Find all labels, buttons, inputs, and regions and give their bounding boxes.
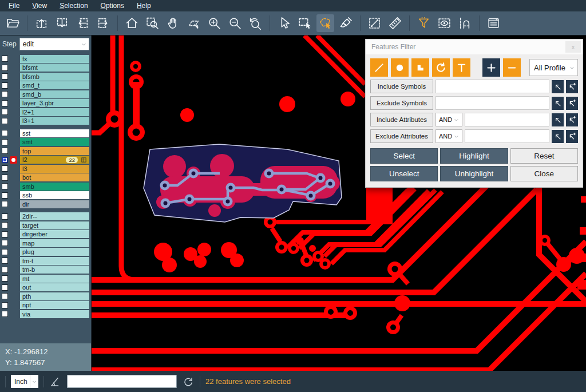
and-or-select[interactable]: AND bbox=[435, 113, 462, 126]
active-layer-indicator[interactable] bbox=[10, 221, 17, 229]
draw-line-button[interactable] bbox=[370, 58, 388, 77]
active-layer-indicator[interactable] bbox=[10, 156, 17, 164]
active-layer-indicator[interactable] bbox=[10, 108, 17, 116]
layer-row-map[interactable]: map bbox=[0, 239, 91, 248]
pick-from-canvas-button[interactable] bbox=[552, 97, 564, 110]
layer-chip[interactable]: layer_3.gbr bbox=[20, 99, 89, 107]
layer-visibility-checkbox[interactable] bbox=[2, 73, 8, 80]
step-select[interactable]: edit bbox=[19, 38, 89, 50]
angle-mode-icon[interactable] bbox=[49, 375, 62, 388]
filter-value-input[interactable] bbox=[435, 96, 549, 110]
dialog-titlebar[interactable]: Features Filter x bbox=[366, 39, 583, 54]
layer-row-bfsmt[interactable]: bfsmt bbox=[0, 64, 91, 73]
pick-add-button[interactable] bbox=[566, 80, 578, 93]
active-layer-indicator[interactable] bbox=[10, 248, 17, 256]
measure-line-button[interactable] bbox=[366, 14, 383, 32]
layer-row-npt[interactable]: npt bbox=[0, 301, 91, 310]
active-layer-indicator[interactable] bbox=[10, 82, 17, 89]
add-filter-button[interactable] bbox=[482, 58, 500, 77]
layer-chip[interactable]: map bbox=[20, 239, 89, 247]
layer-row-smt[interactable]: smt bbox=[0, 138, 91, 147]
layer-row-via[interactable]: via bbox=[0, 310, 91, 319]
menu-item-file[interactable]: File bbox=[2, 0, 26, 11]
layer-row-top[interactable]: top bbox=[0, 146, 91, 156]
layer-row-mt[interactable]: mt bbox=[0, 274, 91, 283]
menu-item-view[interactable]: View bbox=[26, 0, 53, 11]
layer-visibility-checkbox[interactable] bbox=[2, 267, 8, 273]
drag-view-button[interactable] bbox=[185, 14, 203, 32]
layer-chip[interactable]: l3+1 bbox=[20, 117, 89, 125]
layer-row-out[interactable]: out bbox=[0, 283, 91, 292]
active-layer-indicator[interactable] bbox=[10, 138, 17, 146]
layer-visibility-checkbox[interactable] bbox=[2, 130, 8, 136]
layer-visibility-checkbox[interactable] bbox=[2, 148, 8, 154]
layer-visibility-checkbox[interactable] bbox=[2, 109, 8, 115]
filter-label-button[interactable]: Include Attributes bbox=[370, 113, 433, 126]
snap-mode-button[interactable] bbox=[456, 14, 474, 32]
close-button[interactable]: Close bbox=[510, 166, 578, 181]
zoom-previous-button[interactable] bbox=[247, 14, 264, 32]
layer-chip[interactable]: smd_t bbox=[20, 81, 89, 89]
layer-row-bot[interactable]: bot bbox=[0, 173, 91, 183]
highlight-button[interactable]: Highlight bbox=[440, 148, 508, 164]
active-layer-indicator[interactable] bbox=[10, 292, 17, 300]
layer-visibility-checkbox[interactable] bbox=[2, 240, 8, 246]
layer-visibility-checkbox[interactable] bbox=[2, 82, 8, 89]
zoom-in-button[interactable] bbox=[205, 14, 223, 32]
menu-item-help[interactable]: Help bbox=[130, 0, 157, 11]
menu-item-selection[interactable]: Selection bbox=[53, 0, 94, 11]
active-layer-indicator[interactable] bbox=[10, 129, 17, 137]
and-or-select[interactable]: AND bbox=[435, 129, 462, 143]
layer-row-l2[interactable]: l222 bbox=[0, 156, 91, 165]
active-layer-indicator[interactable] bbox=[10, 100, 17, 107]
active-layer-indicator[interactable] bbox=[10, 213, 17, 220]
active-layer-indicator[interactable] bbox=[10, 165, 17, 172]
unselect-button[interactable]: Unselect bbox=[370, 166, 438, 181]
profile-select[interactable]: All Profile bbox=[529, 59, 578, 76]
unhighlight-button[interactable]: Unhighlight bbox=[440, 166, 508, 181]
layer-chip[interactable]: npt bbox=[20, 301, 89, 309]
active-layer-indicator[interactable] bbox=[10, 73, 17, 80]
layer-chip[interactable]: top bbox=[20, 147, 89, 155]
layer-chip[interactable]: out bbox=[20, 283, 89, 291]
layer-visibility-checkbox[interactable] bbox=[2, 183, 8, 189]
layer-chip[interactable]: pth bbox=[20, 292, 89, 300]
layer-row-sst[interactable]: sst bbox=[0, 129, 91, 138]
layer-row-pth[interactable]: pth bbox=[0, 292, 91, 301]
pan-hand-button[interactable] bbox=[164, 14, 182, 32]
layer-visibility-checkbox[interactable] bbox=[2, 231, 8, 237]
zoom-home-button[interactable] bbox=[123, 14, 141, 32]
layer-chip[interactable]: plug bbox=[20, 248, 89, 256]
view-options-button[interactable] bbox=[435, 14, 453, 32]
active-layer-indicator[interactable] bbox=[10, 310, 17, 318]
layer-row-2dir--[interactable]: 2dir-- bbox=[0, 212, 91, 221]
select-polygon-button[interactable] bbox=[316, 14, 334, 32]
layer-chip[interactable]: tm-t bbox=[20, 257, 89, 265]
layer-row-smd_b[interactable]: smd_b bbox=[0, 90, 91, 99]
layer-visibility-checkbox[interactable] bbox=[2, 302, 8, 308]
pan-right-button[interactable] bbox=[94, 14, 112, 32]
layer-visibility-checkbox[interactable] bbox=[2, 100, 8, 106]
draw-arc-button[interactable] bbox=[432, 58, 450, 77]
filter-value-input[interactable] bbox=[435, 80, 549, 93]
layer-chip[interactable]: l3 bbox=[20, 165, 89, 173]
refresh-icon[interactable] bbox=[182, 375, 195, 388]
layer-visibility-checkbox[interactable] bbox=[2, 139, 8, 145]
layer-row-smd_t[interactable]: smd_t bbox=[0, 81, 91, 90]
layer-visibility-checkbox[interactable] bbox=[2, 213, 8, 220]
filter-value-input[interactable] bbox=[465, 129, 549, 143]
active-layer-indicator[interactable] bbox=[10, 117, 17, 125]
pick-add-button[interactable] bbox=[566, 97, 578, 110]
layer-chip[interactable]: mt bbox=[20, 275, 89, 283]
pick-from-canvas-button[interactable] bbox=[552, 80, 564, 93]
layer-row-tm-t[interactable]: tm-t bbox=[0, 256, 91, 266]
layer-chip[interactable]: tm-b bbox=[20, 266, 89, 274]
layer-visibility-checkbox[interactable] bbox=[2, 65, 8, 71]
zoom-window-button[interactable] bbox=[144, 14, 161, 32]
pan-down-button[interactable] bbox=[53, 14, 71, 32]
active-layer-indicator[interactable] bbox=[10, 275, 17, 282]
active-layer-indicator[interactable] bbox=[10, 147, 17, 155]
active-layer-indicator[interactable] bbox=[10, 302, 17, 309]
layer-chip[interactable]: dirgerber bbox=[20, 230, 89, 238]
measure-ruler-button[interactable] bbox=[386, 14, 404, 32]
